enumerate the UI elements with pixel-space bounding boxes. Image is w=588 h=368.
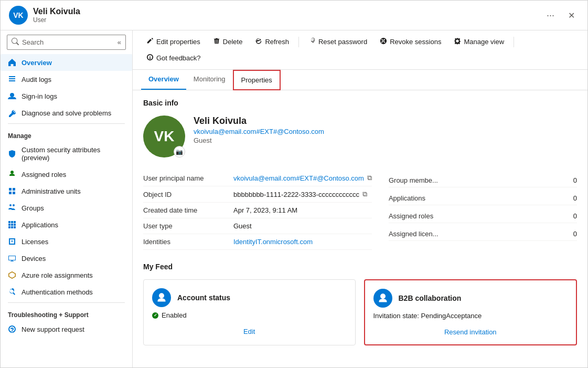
tabs-bar: Overview Monitoring Properties — [133, 70, 587, 90]
feed-card-avatar — [152, 288, 171, 307]
header-title: Veli Koivula — [33, 7, 537, 16]
sidebar-item-devices[interactable]: Devices — [1, 250, 132, 267]
sidebar-item-admin-units[interactable]: Administrative units — [1, 183, 132, 199]
edit-properties-button[interactable]: Edit properties — [141, 35, 206, 49]
manage-view-button[interactable]: Manage view — [448, 35, 509, 49]
feed-card-b2b-header: B2B collaboration — [373, 289, 568, 308]
info-value-usertype: Guest — [233, 222, 252, 230]
sidebar: Search « Overview Audit logs — [1, 30, 133, 367]
delete-button[interactable]: Delete — [208, 35, 248, 49]
sidebar-divider-manage — [8, 123, 125, 124]
devices-icon — [8, 254, 16, 262]
sidebar-item-label: Authentication methods — [22, 288, 93, 296]
sidebar-item-label: Overview — [22, 59, 52, 67]
sidebar-item-label: Audit logs — [22, 76, 51, 83]
feed-card-title-area: Account status — [177, 293, 230, 302]
revoke-sessions-label: Revoke sessions — [390, 38, 441, 46]
profile-type: Guest — [194, 136, 324, 144]
wrench-icon — [8, 109, 16, 117]
refresh-icon — [255, 37, 262, 46]
copy-objectid-icon[interactable]: ⧉ — [362, 190, 367, 198]
b2b-title: B2B collaboration — [399, 294, 462, 302]
account-status-edit-link[interactable]: Edit — [152, 328, 347, 335]
feed-cards: Account status Enabled Edit — [143, 279, 577, 345]
search-placeholder: Search — [22, 38, 44, 46]
support-icon — [8, 325, 16, 333]
toolbar-divider-2 — [514, 37, 514, 47]
upn-link[interactable]: vkoivula@email.com#EXT#@Contoso.com — [233, 174, 364, 182]
key-icon — [308, 37, 316, 46]
created-text: Apr 7, 2023, 9:11 AM — [233, 206, 297, 214]
sidebar-item-auth-methods[interactable]: Authentication methods — [1, 283, 132, 300]
sidebar-item-label: Assigned roles — [22, 171, 66, 178]
tab-overview[interactable]: Overview — [141, 70, 186, 90]
main-content: Edit properties Delete — [133, 30, 587, 367]
reset-password-button[interactable]: Reset password — [303, 35, 372, 49]
sidebar-item-label: Sign-in logs — [22, 92, 57, 100]
resend-invitation-link[interactable]: Resend invitation — [373, 328, 568, 336]
sidebar-item-applications[interactable]: Applications — [1, 216, 132, 233]
my-feed-title: My Feed — [143, 262, 577, 271]
collapse-icon[interactable]: « — [117, 38, 121, 46]
info-grid: User principal name vkoivula@email.com#E… — [143, 170, 577, 250]
sidebar-item-assigned-roles[interactable]: Assigned roles — [1, 166, 132, 183]
signin-icon — [8, 92, 16, 100]
copy-upn-icon[interactable]: ⧉ — [367, 174, 372, 182]
info-row-upn: User principal name vkoivula@email.com#E… — [143, 170, 372, 186]
gear-icon — [454, 37, 461, 46]
apps-icon — [8, 220, 16, 229]
revoke-sessions-button[interactable]: Revoke sessions — [375, 35, 446, 49]
identities-link[interactable]: IdentityIT.onmicrosoft.com — [233, 238, 313, 246]
sidebar-item-label: Groups — [22, 204, 44, 212]
search-icon — [12, 38, 19, 47]
sidebar-item-licenses[interactable]: Licenses — [1, 233, 132, 250]
toolbar: Edit properties Delete — [133, 30, 587, 70]
sidebar-divider-support — [8, 302, 125, 303]
b2b-status: Invitation state: PendingAcceptance — [373, 312, 568, 320]
auth-icon — [8, 288, 16, 296]
sidebar-item-signin-logs[interactable]: Sign-in logs — [1, 88, 132, 104]
refresh-button[interactable]: Refresh — [250, 35, 294, 49]
sidebar-item-new-support[interactable]: New support request — [1, 321, 132, 338]
sidebar-item-overview[interactable]: Overview — [1, 54, 132, 71]
info-row-usertype: User type Guest — [143, 218, 372, 234]
stat-row-applications: Applications 0 — [389, 192, 577, 205]
sidebar-item-custom-security[interactable]: Custom security attributes (preview) — [1, 142, 132, 166]
more-options-icon[interactable]: ··· — [542, 10, 559, 21]
sidebar-item-diagnose[interactable]: Diagnose and solve problems — [1, 104, 132, 121]
sidebar-item-label: Applications — [22, 221, 58, 229]
stat-row-assigned-licenses: Assigned licen... 0 — [389, 227, 577, 241]
profile-section: VK 📷 Veli Koivula vkoivula@email.com#EXT… — [143, 115, 577, 157]
stats-col: Group membe... 0 Applications 0 Assigned… — [372, 170, 577, 250]
close-icon[interactable]: ✕ — [564, 8, 579, 23]
search-box[interactable]: Search « — [7, 35, 126, 50]
feed-card-account-status: Account status Enabled Edit — [143, 279, 356, 345]
header-subtitle: User — [33, 16, 537, 24]
profile-avatar-container: VK 📷 — [143, 115, 185, 157]
sidebar-item-label: Diagnose and solve problems — [22, 109, 111, 117]
licenses-icon — [8, 237, 16, 246]
feed-card-b2b-title-area: B2B collaboration — [399, 294, 462, 302]
info-row-created: Created date time Apr 7, 2023, 9:11 AM — [143, 203, 372, 218]
list-icon — [8, 75, 16, 83]
reset-password-label: Reset password — [318, 38, 367, 46]
refresh-label: Refresh — [265, 38, 289, 46]
manage-section-label: Manage — [1, 126, 132, 142]
edit-icon — [146, 37, 154, 46]
tab-monitoring[interactable]: Monitoring — [186, 70, 233, 90]
b2b-status-text: Invitation state: PendingAcceptance — [373, 312, 482, 320]
sidebar-item-groups[interactable]: Groups — [1, 199, 132, 216]
feedback-button[interactable]: Got feedback? — [141, 51, 206, 65]
sidebar-item-audit-logs[interactable]: Audit logs — [1, 71, 132, 88]
toolbar-divider-1 — [298, 37, 299, 47]
camera-icon[interactable]: 📷 — [174, 146, 185, 157]
delete-label: Delete — [223, 38, 243, 46]
user-avatar: VK — [9, 6, 28, 25]
shield-icon — [8, 150, 16, 158]
manage-view-label: Manage view — [464, 38, 504, 46]
feed-section: My Feed Account stat — [143, 262, 577, 345]
page-content: Basic info VK 📷 Veli Koivula vkoivula@em… — [133, 90, 587, 367]
tab-properties[interactable]: Properties — [233, 70, 281, 90]
azure-icon — [8, 271, 16, 279]
sidebar-item-azure-role[interactable]: Azure role assignments — [1, 267, 132, 283]
